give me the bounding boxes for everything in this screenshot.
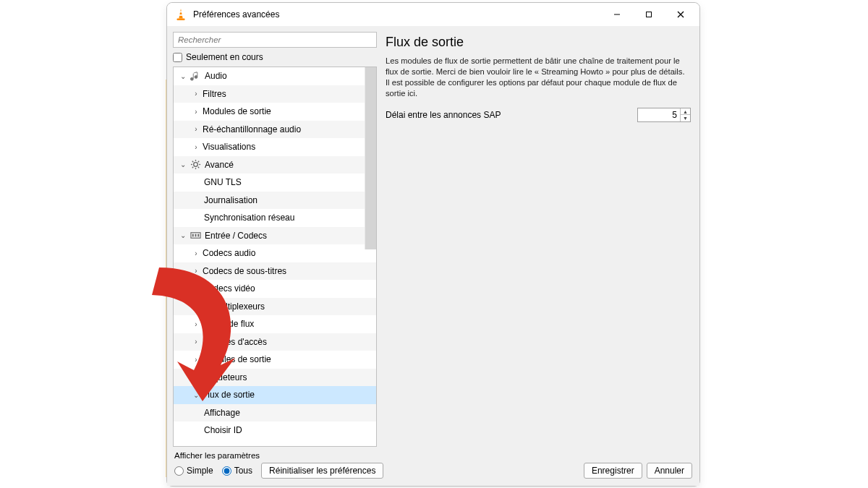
svg-line-13 <box>192 161 192 162</box>
tree-item-audio-resampling[interactable]: ›Ré-échantillonnage audio <box>174 121 376 139</box>
tree-item-subtitle-codecs[interactable]: ›Codecs de sous-titres <box>174 262 376 281</box>
only-running-checkbox[interactable]: Seulement en cours <box>173 51 377 64</box>
codec-icon <box>190 230 201 241</box>
search-input[interactable] <box>173 32 377 48</box>
tree-scrollbar[interactable] <box>365 67 376 249</box>
tree-item-sout-display[interactable]: Affichage <box>174 404 376 422</box>
panel-description: Les modules de flux de sortie permettent… <box>386 56 689 99</box>
svg-rect-20 <box>197 234 199 237</box>
footer: Afficher les paramètres Simple Tous Réin… <box>173 447 694 480</box>
tree-item-video-codecs[interactable]: ›Codecs vidéo <box>174 280 376 298</box>
sidebar: Seulement en cours ⌄Audio ›Filtres ›Modu… <box>173 32 377 447</box>
tree-item-stream-output[interactable]: ⌄Flux de sortie <box>174 386 376 404</box>
tree-item-stream-filters[interactable]: ›Filtres de flux <box>174 315 376 333</box>
radio-simple[interactable]: Simple <box>174 466 213 476</box>
tree-item-advanced[interactable]: ⌄Avancé <box>174 156 376 174</box>
cancel-button[interactable]: Annuler <box>647 463 692 479</box>
radio-simple-input[interactable] <box>174 466 184 476</box>
tree-item-access-output[interactable]: ›Modules de sortie <box>174 351 376 369</box>
spin-down-icon[interactable]: ▼ <box>681 115 690 121</box>
chevron-right-icon: › <box>191 285 201 293</box>
chevron-right-icon: › <box>191 338 201 346</box>
chevron-right-icon: › <box>191 356 201 364</box>
tree-item-audio-filters[interactable]: ›Filtres <box>174 85 376 103</box>
panel-title: Flux de sortie <box>386 35 691 50</box>
svg-rect-18 <box>192 234 193 237</box>
svg-point-8 <box>193 163 197 167</box>
reset-preferences-button[interactable]: Réinitialiser les préférences <box>261 463 383 479</box>
svg-rect-1 <box>179 12 182 13</box>
svg-rect-3 <box>177 18 185 20</box>
tree-item-sout-setid[interactable]: Choisir ID <box>174 421 376 440</box>
chevron-right-icon: › <box>191 302 201 310</box>
tree-item-packetizers[interactable]: ›Paqueteurs <box>174 369 376 387</box>
tree-item-audio-codecs[interactable]: ›Codecs audio <box>174 244 376 262</box>
chevron-right-icon: › <box>191 373 201 381</box>
settings-panel: Flux de sortie Les modules de flux de so… <box>383 32 694 447</box>
gear-icon <box>190 159 201 171</box>
only-running-label: Seulement en cours <box>186 52 263 62</box>
tree-item-audio[interactable]: ⌄Audio <box>174 67 376 85</box>
preferences-window: Préférences avancées Seulement en cours … <box>166 2 700 487</box>
close-button[interactable] <box>665 4 697 25</box>
save-button[interactable]: Enregistrer <box>584 463 642 479</box>
vlc-cone-icon <box>174 8 187 21</box>
spin-up-icon[interactable]: ▲ <box>681 108 690 115</box>
audio-icon <box>190 70 201 82</box>
window-title: Préférences avancées <box>193 9 601 20</box>
chevron-down-icon: ⌄ <box>191 391 201 399</box>
chevron-right-icon: › <box>191 143 201 151</box>
chevron-right-icon: › <box>191 320 201 328</box>
maximize-button[interactable] <box>633 4 665 25</box>
chevron-right-icon: › <box>191 108 201 116</box>
tree-item-access-modules[interactable]: ›Modules d'accès <box>174 333 376 351</box>
chevron-down-icon: ⌄ <box>178 160 188 168</box>
svg-marker-0 <box>179 9 182 19</box>
only-running-input[interactable] <box>173 53 182 62</box>
tree-item-input-codecs[interactable]: ⌄Entrée / Codecs <box>174 227 376 245</box>
svg-rect-19 <box>195 234 196 237</box>
tree-item-audio-output[interactable]: ›Modules de sortie <box>174 103 376 121</box>
radio-all-input[interactable] <box>222 466 231 476</box>
svg-rect-5 <box>647 12 652 17</box>
titlebar: Préférences avancées <box>167 3 699 26</box>
sap-delay-label: Délai entre les annonces SAP <box>386 110 637 120</box>
svg-rect-2 <box>179 14 182 16</box>
tree-item-gnutls[interactable]: GNU TLS <box>174 174 376 192</box>
chevron-down-icon: ⌄ <box>178 231 188 239</box>
chevron-right-icon: › <box>191 267 201 275</box>
svg-line-15 <box>192 167 192 168</box>
radio-all[interactable]: Tous <box>222 466 252 476</box>
minimize-button[interactable] <box>601 4 633 25</box>
tree-item-demuxers[interactable]: ›Démultiplexeurs <box>174 298 376 316</box>
show-settings-label: Afficher les paramètres <box>174 451 383 460</box>
settings-tree: ⌄Audio ›Filtres ›Modules de sortie ›Ré-é… <box>173 67 377 447</box>
svg-line-16 <box>197 161 198 162</box>
chevron-down-icon: ⌄ <box>178 72 188 80</box>
svg-line-14 <box>197 167 198 168</box>
chevron-right-icon: › <box>191 90 201 98</box>
chevron-right-icon: › <box>191 249 201 257</box>
chevron-right-icon: › <box>191 125 201 133</box>
tree-item-logging[interactable]: Journalisation <box>174 192 376 210</box>
sap-delay-spinbox[interactable]: ▲ ▼ <box>637 108 691 122</box>
sap-delay-field: Délai entre les annonces SAP ▲ ▼ <box>386 108 691 122</box>
sap-delay-input[interactable] <box>638 108 680 121</box>
tree-item-audio-visual[interactable]: ›Visualisations <box>174 138 376 156</box>
tree-item-netsync[interactable]: Synchronisation réseau <box>174 209 376 227</box>
